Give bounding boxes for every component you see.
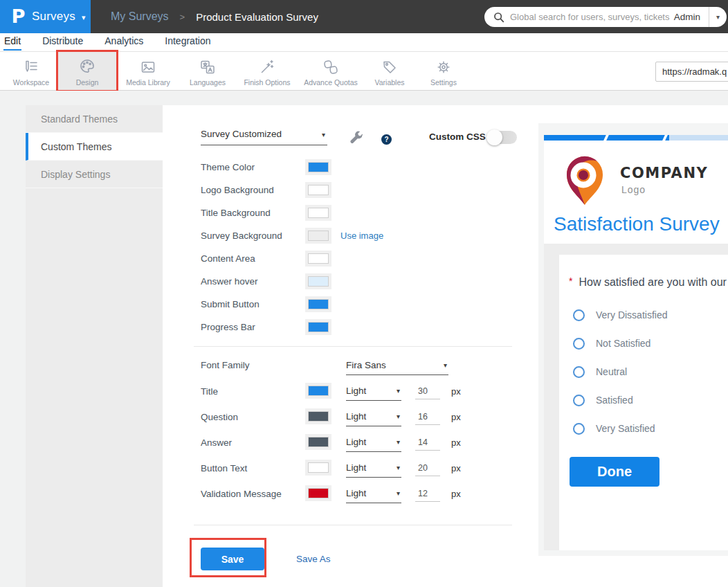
radio-icon[interactable] [573, 423, 585, 435]
answer-option-label: Satisfied [596, 395, 633, 406]
font-color-swatch[interactable] [308, 437, 329, 447]
caret-down-icon[interactable]: ▾ [709, 13, 720, 21]
color-row-label: Content Area [201, 253, 308, 264]
toolbar-item-label: Workspace [13, 78, 49, 87]
font-weight-dropdown[interactable]: Light▾ [346, 437, 401, 452]
color-swatch[interactable] [308, 276, 329, 287]
color-swatch[interactable] [308, 162, 329, 172]
font-size-input[interactable]: 20 [415, 462, 440, 476]
color-row-content-area: Content Area [201, 253, 383, 264]
required-asterisk-icon: * [569, 276, 572, 287]
color-row-label: Theme Color [201, 162, 308, 172]
color-swatch[interactable] [308, 208, 329, 218]
font-row-question: QuestionLight▾16px [201, 411, 461, 422]
font-family-row: Font Family Fira Sans ▾ [201, 360, 448, 375]
font-color-swatch[interactable] [308, 488, 329, 498]
answer-options: Very DissatisfiedNot SatisfiedNeutralSat… [573, 307, 667, 449]
font-size-input[interactable]: 16 [415, 411, 440, 425]
toolbar-item-label: Design [76, 78, 99, 87]
color-swatch[interactable] [308, 253, 329, 264]
search-icon [493, 11, 504, 23]
answer-option-very-satisfied[interactable]: Very Satisfied [573, 421, 667, 436]
font-size-input[interactable]: 14 [415, 437, 440, 451]
toolbar-item-design[interactable]: Design [58, 52, 116, 90]
color-swatch[interactable] [308, 322, 329, 332]
survey-url-field[interactable] [655, 62, 728, 82]
toggle-knob [486, 129, 502, 145]
answer-option-label: Not Satisfied [596, 338, 650, 349]
color-swatch[interactable] [308, 299, 329, 309]
font-size-unit: px [451, 462, 461, 473]
font-color-swatch[interactable] [308, 462, 329, 473]
toolbar-item-finish-options[interactable]: Finish Options [235, 52, 299, 90]
admin-menu[interactable]: Admin [674, 12, 709, 22]
answer-option-neutral[interactable]: Neutral [573, 364, 667, 379]
toolbar-item-settings[interactable]: Settings [417, 52, 471, 90]
app-window: P Surveys ▾ My Surveys > Product Evaluat… [0, 0, 728, 587]
sidebar-item-custom-themes[interactable]: Custom Themes [26, 133, 163, 161]
sidebar-item-standard-themes[interactable]: Standard Themes [26, 105, 163, 133]
divider [194, 525, 512, 525]
toolbar-item-media-library[interactable]: Media Library [116, 52, 180, 90]
toolbar-item-languages[interactable]: Languages [180, 52, 235, 90]
color-swatch[interactable] [308, 185, 329, 195]
font-row-answer: AnswerLight▾14px [201, 437, 461, 448]
done-button[interactable]: Done [570, 457, 659, 487]
caret-down-icon: ▾ [397, 387, 400, 395]
font-weight-dropdown[interactable]: Light▾ [346, 386, 401, 401]
caret-down-icon: ▾ [397, 464, 400, 471]
edit-theme-button[interactable] [348, 130, 365, 150]
media-icon [140, 57, 156, 75]
use-image-link[interactable]: Use image [340, 231, 383, 241]
caret-down-icon: ▾ [397, 438, 400, 446]
font-color-swatch[interactable] [308, 386, 329, 396]
tab-edit[interactable]: Edit [3, 33, 21, 51]
answer-option-label: Very Dissatisfied [596, 309, 667, 320]
variables-icon [381, 57, 398, 75]
breadcrumb-current: Product Evaluation Survey [196, 11, 318, 23]
answer-option-very-dissatisfied[interactable]: Very Dissatisfied [573, 307, 667, 323]
toolbar-item-variables[interactable]: Variables [363, 52, 417, 90]
font-family-dropdown[interactable]: Fira Sans ▾ [346, 360, 448, 375]
toolbar-item-label: Variables [375, 78, 405, 87]
question-card: *How satisfied are you with our Very Dis… [559, 255, 728, 550]
radio-icon[interactable] [573, 309, 585, 321]
tab-integration[interactable]: Integration [164, 33, 211, 49]
caret-down-icon: ▾ [322, 131, 325, 138]
survey-preview: COMPANY Logo Satisfaction Survey *How sa… [538, 123, 728, 556]
color-row-title-background: Title Background [201, 207, 383, 218]
radio-icon[interactable] [573, 366, 585, 378]
answer-option-satisfied[interactable]: Satisfied [573, 392, 667, 408]
font-row-label: Button Text [201, 462, 308, 473]
font-weight-dropdown[interactable]: Light▾ [346, 411, 401, 426]
font-weight-dropdown[interactable]: Light▾ [346, 462, 401, 478]
answer-option-not-satisfied[interactable]: Not Satisfied [573, 336, 667, 351]
font-size-input[interactable]: 30 [415, 386, 440, 399]
color-row-label: Survey Background [201, 231, 308, 241]
font-weight-dropdown[interactable]: Light▾ [346, 488, 401, 503]
help-icon[interactable]: ? [381, 134, 392, 145]
survey-title: Satisfaction Survey [554, 213, 720, 235]
radio-icon[interactable] [573, 338, 585, 350]
sidebar-item-display-settings[interactable]: Display Settings [26, 161, 163, 188]
save-button[interactable]: Save [201, 548, 264, 570]
theme-select-dropdown[interactable]: Survey Customized ▾ [201, 129, 327, 145]
font-weight-value: Light [346, 386, 366, 396]
font-size-input[interactable]: 12 [415, 488, 440, 502]
tab-analytics[interactable]: Analytics [104, 33, 144, 49]
answer-option-label: Neutral [596, 366, 627, 377]
breadcrumb-parent[interactable]: My Surveys [111, 10, 169, 23]
custom-css-toggle[interactable] [486, 131, 517, 144]
search-input[interactable] [510, 12, 674, 22]
tab-distribute[interactable]: Distribute [42, 33, 84, 49]
toolbar-item-advance-quotas[interactable]: Advance Quotas [299, 52, 363, 90]
answer-option-label: Very Satisfied [596, 423, 655, 434]
toolbar-item-workspace[interactable]: Workspace [4, 52, 58, 90]
color-row-progress-bar: Progress Bar [201, 321, 383, 332]
font-color-swatch[interactable] [308, 411, 329, 422]
app-logo-menu[interactable]: P Surveys ▾ [0, 0, 91, 33]
question-text: *How satisfied are you with our [569, 276, 727, 289]
radio-icon[interactable] [573, 395, 585, 406]
color-swatch[interactable] [308, 231, 329, 241]
save-as-link[interactable]: Save As [296, 554, 331, 564]
